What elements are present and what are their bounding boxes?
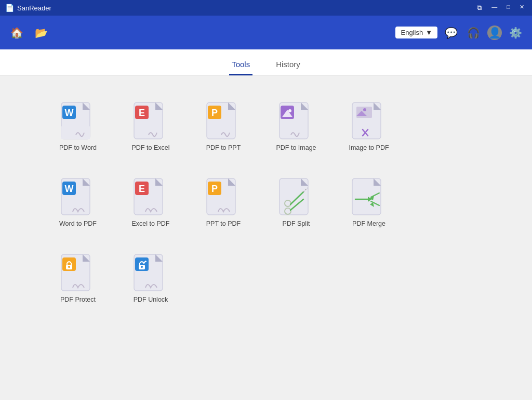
title-bar: 📄 SanReader ⧉ — □ ✕ — [0, 0, 532, 16]
tool-pdf-split[interactable]: PDF Split — [260, 167, 332, 233]
pdf-to-image-icon — [277, 101, 315, 144]
tools-row-1: W PDF to Word E PDF to Excel — [42, 91, 490, 157]
pdf-to-ppt-icon: P — [205, 101, 242, 144]
ppt-to-pdf-label: PPT to PDF — [206, 220, 241, 227]
svg-text:W: W — [65, 108, 74, 118]
svg-point-59 — [141, 266, 143, 268]
app-title: SanReader — [17, 4, 51, 12]
svg-text:P: P — [211, 184, 218, 194]
svg-rect-2 — [61, 126, 90, 139]
tabs-bar: Tools History — [0, 49, 532, 75]
tool-image-to-pdf[interactable]: Image to PDF — [332, 91, 405, 157]
home-icon[interactable]: 🏠 — [8, 24, 26, 42]
pdf-to-image-label: PDF to Image — [276, 144, 316, 151]
excel-to-pdf-icon: E — [132, 177, 169, 220]
tool-pdf-to-ppt[interactable]: P PDF to PPT — [187, 91, 260, 157]
svg-point-54 — [68, 266, 70, 268]
ppt-to-pdf-icon: P — [205, 177, 242, 220]
tool-pdf-to-excel[interactable]: E PDF to Excel — [114, 91, 187, 157]
svg-point-17 — [288, 109, 291, 112]
svg-point-22 — [363, 108, 366, 111]
pdf-merge-icon — [350, 177, 388, 220]
tools-content: W PDF to Word E PDF to Excel — [0, 75, 532, 324]
pdf-unlock-label: PDF Unlock — [134, 296, 168, 303]
tool-pdf-unlock[interactable]: PDF Unlock — [114, 243, 187, 308]
excel-to-pdf-label: Excel to PDF — [132, 220, 170, 227]
restore-icon[interactable]: ⧉ — [474, 3, 485, 13]
app-title-area: 📄 SanReader — [5, 4, 51, 12]
maximize-button[interactable]: □ — [504, 3, 513, 13]
tool-excel-to-pdf[interactable]: E Excel to PDF — [114, 167, 187, 233]
headset-icon[interactable]: 🎧 — [465, 24, 482, 41]
svg-text:E: E — [139, 108, 145, 118]
minimize-button[interactable]: — — [489, 3, 500, 13]
tool-pdf-to-image[interactable]: PDF to Image — [260, 91, 332, 157]
word-to-pdf-icon: W — [59, 177, 97, 220]
toolbar: 🏠 📂 English ▼ 💬 🎧 👤 ⚙️ — [0, 16, 532, 49]
app-icon: 📄 — [5, 4, 14, 12]
toolbar-right: English ▼ 💬 🎧 👤 ⚙️ — [395, 24, 524, 41]
chevron-down-icon: ▼ — [425, 29, 432, 36]
pdf-protect-label: PDF Protect — [60, 296, 96, 303]
pdf-split-label: PDF Split — [283, 220, 310, 227]
pdf-to-excel-label: PDF to Excel — [132, 144, 170, 151]
settings-icon[interactable]: ⚙️ — [507, 24, 524, 41]
pdf-merge-label: PDF Merge — [352, 220, 385, 227]
pdf-unlock-icon — [132, 253, 169, 296]
pdf-to-excel-icon: E — [132, 101, 169, 144]
pdf-to-word-label: PDF to Word — [59, 144, 97, 151]
tab-tools[interactable]: Tools — [229, 55, 252, 75]
feedback-icon[interactable]: 💬 — [443, 24, 460, 41]
image-to-pdf-icon — [350, 101, 388, 144]
user-avatar[interactable]: 👤 — [487, 25, 502, 40]
tool-pdf-protect[interactable]: PDF Protect — [42, 243, 114, 308]
tools-row-2: W Word to PDF E Excel to PDF — [42, 167, 490, 233]
window-controls: ⧉ — □ ✕ — [474, 3, 527, 13]
close-button[interactable]: ✕ — [517, 3, 527, 13]
tools-row-3: PDF Protect PDF Unlock — [42, 243, 490, 308]
pdf-protect-icon — [59, 253, 97, 296]
svg-text:W: W — [65, 184, 74, 194]
pdf-to-word-icon: W — [59, 101, 97, 144]
tool-pdf-merge[interactable]: PDF Merge — [332, 167, 405, 233]
word-to-pdf-label: Word to PDF — [59, 220, 97, 227]
svg-text:P: P — [211, 108, 218, 118]
tool-pdf-to-word[interactable]: W PDF to Word — [42, 91, 114, 157]
tool-word-to-pdf[interactable]: W Word to PDF — [42, 167, 114, 233]
tab-history[interactable]: History — [273, 55, 303, 75]
toolbar-left: 🏠 📂 — [8, 24, 50, 42]
svg-text:E: E — [139, 184, 145, 194]
image-to-pdf-label: Image to PDF — [349, 144, 389, 151]
language-label: English — [401, 29, 423, 36]
open-folder-icon[interactable]: 📂 — [32, 24, 50, 42]
tool-ppt-to-pdf[interactable]: P PPT to PDF — [187, 167, 260, 233]
language-selector[interactable]: English ▼ — [395, 27, 437, 38]
pdf-to-ppt-label: PDF to PPT — [206, 144, 241, 151]
pdf-split-icon — [277, 177, 315, 220]
